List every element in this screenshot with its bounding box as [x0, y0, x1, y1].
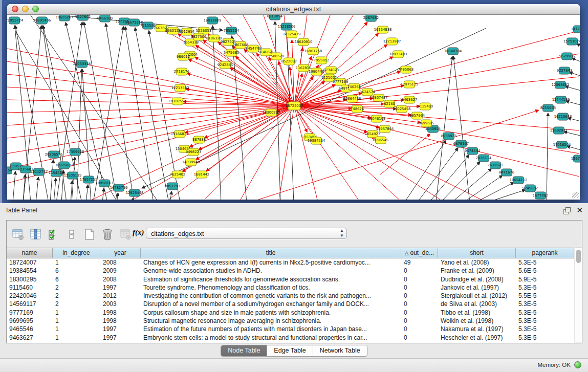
graph-node[interactable]: 9827506	[191, 33, 206, 40]
graph-node[interactable]: 16210643	[554, 113, 572, 120]
graph-node[interactable]: 17957255	[80, 176, 98, 183]
column-header-title[interactable]: title	[141, 248, 401, 258]
graph-node[interactable]: 8813054	[267, 15, 282, 20]
delete-trash-icon[interactable]	[101, 228, 114, 241]
graph-edge[interactable]	[572, 58, 580, 64]
table-cell[interactable]: 49	[401, 258, 438, 267]
table-cell[interactable]: 0	[401, 317, 438, 325]
graph-node[interactable]: 5475685	[224, 49, 239, 56]
graph-node[interactable]: 16154838	[374, 26, 392, 33]
table-cell[interactable]: 5.3E-5	[516, 334, 574, 342]
table-cell[interactable]: 0	[401, 334, 438, 342]
graph-edge[interactable]	[258, 110, 539, 200]
graph-node[interactable]: 6734023	[323, 67, 339, 74]
graph-node[interactable]: 12505135	[64, 172, 82, 179]
rows-icon[interactable]	[65, 228, 78, 241]
graph-node[interactable]: 9660128	[165, 27, 181, 34]
graph-node[interactable]: 7955812	[314, 57, 329, 64]
table-row[interactable]: 946362711997Embryonic stem cells: a mode…	[7, 334, 574, 342]
graph-node[interactable]: 10973493	[389, 51, 407, 58]
table-cell[interactable]: 0	[401, 283, 438, 292]
graph-edge[interactable]	[453, 56, 470, 200]
column-header-short[interactable]: short	[438, 248, 516, 258]
graph-node[interactable]: 16033809	[204, 17, 222, 24]
table-row[interactable]: 946554611997Estimation of the future num…	[7, 325, 574, 333]
graph-node[interactable]: 9857964	[409, 112, 425, 119]
table-cell[interactable]: 2012	[100, 292, 141, 300]
graph-edge[interactable]	[294, 106, 440, 200]
graph-node[interactable]: 9857791	[165, 183, 180, 190]
table-cell[interactable]: 0	[401, 267, 438, 275]
table-cell[interactable]: 5.3E-5	[516, 317, 574, 325]
graph-edge[interactable]	[86, 185, 88, 200]
table-cell[interactable]: Jankovic et al. (1997)	[438, 283, 516, 292]
table-cell[interactable]: Yano et al. (2008)	[438, 258, 516, 267]
graph-edge[interactable]	[417, 148, 458, 200]
graph-edge[interactable]	[132, 198, 133, 200]
graph-edge[interactable]	[188, 59, 294, 106]
graph-node[interactable]: 8096545	[373, 137, 388, 144]
table-cell[interactable]: Estimation of the future numbers of pati…	[141, 325, 401, 333]
close-panel-icon[interactable]: ✕	[576, 206, 583, 215]
graph-edge[interactable]	[102, 188, 104, 200]
graph-node[interactable]: 19166827	[171, 130, 189, 138]
table-cell[interactable]: 2003	[100, 300, 141, 308]
graph-node[interactable]: 12975115	[401, 81, 419, 88]
table-cell[interactable]: 6	[53, 267, 100, 275]
graph-node[interactable]: 748626	[351, 105, 364, 113]
table-cell[interactable]: 2	[53, 283, 100, 292]
table-cell[interactable]: 14569117	[7, 300, 53, 308]
table-cell[interactable]: 22420046	[7, 292, 53, 300]
table-cell[interactable]: 1	[53, 317, 100, 325]
graph-node[interactable]: 12213582	[171, 84, 189, 92]
graph-node[interactable]: 18640910	[295, 38, 313, 46]
table-scrollbar-thumb[interactable]	[576, 250, 581, 263]
table-settings-icon[interactable]	[11, 228, 25, 241]
graph-node[interactable]: 9115460	[418, 103, 433, 110]
table-cell[interactable]: 2008	[100, 258, 141, 267]
table-scrollbar[interactable]	[575, 248, 582, 342]
graph-edge[interactable]	[54, 178, 56, 200]
memory-status-icon[interactable]	[574, 361, 581, 368]
graph-node[interactable]: 12923448	[126, 189, 144, 196]
graph-edge[interactable]	[294, 106, 579, 177]
network-canvas[interactable]: 2205572420691406106552871527602646616010…	[7, 15, 580, 200]
graph-node[interactable]: 12213987	[383, 38, 401, 45]
table-selector-dropdown[interactable]: citations_edges.txt ▲▼	[146, 228, 347, 239]
graph-node[interactable]: 3624574	[360, 89, 375, 96]
graph-node[interactable]: 7485063	[398, 66, 413, 73]
table-cell[interactable]: Stergiakouli et al. (2012)	[438, 292, 516, 300]
graph-edge[interactable]	[7, 106, 294, 154]
new-document-icon[interactable]	[83, 228, 96, 241]
table-cell[interactable]: 1997	[100, 283, 141, 292]
graph-node[interactable]: 12093882	[552, 81, 570, 89]
graph-node[interactable]: 15751074	[563, 38, 580, 45]
table-cell[interactable]: 18724007	[7, 258, 53, 267]
table-cell[interactable]: Franke et al. (2009)	[438, 267, 516, 275]
table-cell[interactable]: 5.3E-5	[516, 283, 574, 292]
graph-edge[interactable]	[186, 89, 294, 106]
table-cell[interactable]: 1	[53, 309, 100, 317]
graph-edge[interactable]	[294, 22, 367, 106]
graph-node[interactable]: 1990448	[309, 68, 324, 75]
graph-node[interactable]: 10975887	[55, 162, 73, 169]
table-cell[interactable]: Tibbo et al. (1998)	[438, 309, 516, 317]
graph-node[interactable]: 1117353	[571, 26, 580, 33]
graph-node[interactable]: 9474444	[465, 147, 480, 155]
column-header-name[interactable]: name	[7, 248, 53, 258]
table-row[interactable]: 2242004622012Investigating the contribut…	[7, 292, 574, 300]
graph-node[interactable]: 7632621	[488, 162, 503, 169]
table-cell[interactable]: 1	[53, 334, 100, 342]
graph-node[interactable]: 8186328	[206, 35, 222, 42]
graph-node[interactable]: 989012	[177, 53, 190, 60]
table-cell[interactable]: Dudbridge et al. (2008)	[438, 275, 516, 283]
table-cell[interactable]: 18300295	[7, 275, 53, 283]
table-cell[interactable]: 1	[53, 325, 100, 333]
table-row[interactable]: 1456911722003Disruption of a novel membe…	[7, 300, 574, 308]
table-cell[interactable]: 0	[401, 309, 438, 317]
graph-node[interactable]: 1167535	[571, 155, 580, 162]
graph-edge[interactable]	[50, 160, 53, 200]
float-panel-icon[interactable]	[563, 207, 571, 214]
graph-node[interactable]: 1154519	[49, 169, 64, 177]
table-row[interactable]: 1830029562008Estimation of significance …	[7, 275, 574, 283]
